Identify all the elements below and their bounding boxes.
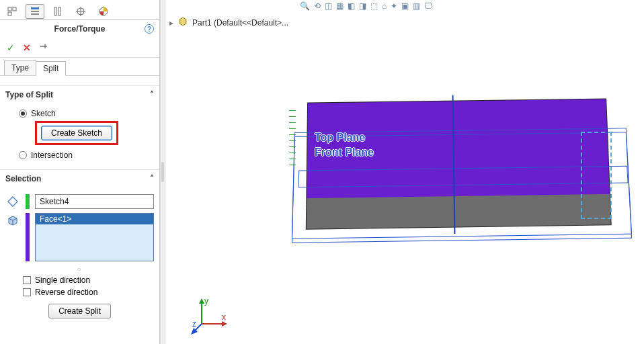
panel-splitter[interactable] <box>160 0 165 344</box>
face-color-bar <box>26 213 30 261</box>
feature-tree-icon[interactable] <box>3 4 22 19</box>
view-toolbar: 🔍 ⟲ ◫ ▦ ◧ ◨ ⬚ ⌂ ✦ ▣ ▥ 🖵 <box>300 0 637 12</box>
svg-rect-5 <box>31 13 39 15</box>
panel-title-bar: Force/Torque ? <box>0 20 159 38</box>
svg-rect-3 <box>31 7 39 9</box>
view-tool-icon[interactable]: ⟲ <box>314 1 321 11</box>
sketch-selection-icon <box>5 194 20 208</box>
triad-y-label: y <box>204 296 208 306</box>
breadcrumb-expand-icon[interactable]: ▸ <box>169 18 173 28</box>
view-tool-icon[interactable]: ◧ <box>348 1 355 11</box>
reverse-direction-row[interactable]: Reverse direction <box>23 288 154 297</box>
triad-x-label: x <box>222 312 226 322</box>
configuration-manager-icon[interactable] <box>48 4 67 19</box>
cancel-button[interactable]: ✕ <box>23 42 31 53</box>
sketch-color-bar <box>26 194 30 209</box>
reverse-direction-label: Reverse direction <box>35 288 97 297</box>
tab-split[interactable]: Split <box>36 61 66 76</box>
single-direction-label: Single direction <box>35 275 90 285</box>
sketch-selection-input[interactable] <box>35 194 154 209</box>
view-tool-icon[interactable]: ◫ <box>325 1 332 11</box>
single-direction-checkbox[interactable] <box>23 276 31 284</box>
view-tool-icon[interactable]: ⬚ <box>370 1 378 11</box>
single-direction-row[interactable]: Single direction <box>23 275 154 285</box>
resize-grip-icon[interactable]: ○ <box>5 265 154 273</box>
graphics-viewport[interactable]: 🔍 ⟲ ◫ ▦ ◧ ◨ ⬚ ⌂ ✦ ▣ ▥ 🖵 ▸ Part1 (Default… <box>165 0 644 344</box>
view-tool-icon[interactable]: ▦ <box>336 1 344 11</box>
panel-tab-strip <box>0 0 159 20</box>
triad-z-label: z <box>192 319 196 329</box>
breadcrumb[interactable]: ▸ Part1 (Default<<Default>... <box>169 16 288 29</box>
model-view[interactable]: Top Plane Front Plane <box>293 94 622 242</box>
view-tool-icon[interactable]: ▥ <box>413 1 420 11</box>
face-selection-list[interactable]: Face<1> <box>35 213 154 261</box>
selection-body: Face<1> ○ Single direction Reverse direc… <box>0 187 159 329</box>
reverse-direction-checkbox[interactable] <box>23 288 31 296</box>
property-panel: Force/Torque ? ✓ ✕ Type Split Type of Sp… <box>0 0 160 344</box>
view-tool-icon[interactable]: 🖵 <box>424 1 432 11</box>
help-button[interactable]: ? <box>145 24 154 34</box>
appearance-icon[interactable] <box>94 4 113 19</box>
selection-label: Selection <box>5 174 41 183</box>
view-tool-icon[interactable]: 🔍 <box>300 1 310 11</box>
sketch-selection-row <box>5 194 154 209</box>
part-icon <box>177 16 188 29</box>
panel-title: Force/Torque <box>54 24 106 34</box>
type-of-split-body: Sketch Create Sketch Intersection <box>0 103 159 169</box>
radio-intersection[interactable]: Intersection <box>19 150 154 160</box>
face-selection-icon <box>5 213 20 261</box>
chevron-up-icon: ˄ <box>150 174 154 183</box>
view-tool-icon[interactable]: ✦ <box>391 1 397 11</box>
face-list-item[interactable]: Face<1> <box>36 214 153 224</box>
radio-intersection-label: Intersection <box>31 150 73 160</box>
ok-button[interactable]: ✓ <box>7 42 15 53</box>
svg-rect-2 <box>8 12 11 15</box>
create-sketch-highlight: Create Sketch <box>35 121 118 145</box>
view-tool-icon[interactable]: ◨ <box>359 1 366 11</box>
svg-rect-7 <box>58 7 61 15</box>
create-sketch-button[interactable]: Create Sketch <box>41 126 112 140</box>
orientation-triad[interactable]: x y z <box>190 296 230 336</box>
type-of-split-label: Type of Split <box>5 90 53 99</box>
confirm-row: ✓ ✕ <box>0 38 159 58</box>
selection-header[interactable]: Selection ˄ <box>0 169 159 187</box>
selection-dashed-box[interactable] <box>581 132 612 219</box>
svg-marker-15 <box>222 321 227 327</box>
svg-rect-6 <box>54 7 56 15</box>
radio-intersection-input[interactable] <box>19 151 27 159</box>
view-tool-icon[interactable]: ⌂ <box>382 1 387 11</box>
create-split-button[interactable]: Create Split <box>48 304 111 318</box>
radio-sketch-label: Sketch <box>31 109 56 118</box>
tab-type[interactable]: Type <box>4 60 36 75</box>
dimxpert-icon[interactable] <box>71 4 90 19</box>
view-tool-icon[interactable]: ▣ <box>401 1 409 11</box>
top-plane-label[interactable]: Top Plane <box>315 132 365 144</box>
svg-rect-4 <box>31 11 39 12</box>
face-selection-row: Face<1> <box>5 213 154 261</box>
front-plane-label[interactable]: Front Plane <box>315 146 374 159</box>
pin-button[interactable] <box>39 42 48 53</box>
sub-tab-row: Type Split <box>0 58 159 76</box>
property-manager-icon[interactable] <box>26 4 44 19</box>
breadcrumb-text[interactable]: Part1 (Default<<Default>... <box>192 18 288 28</box>
chevron-up-icon: ˄ <box>150 90 154 99</box>
radio-sketch-input[interactable] <box>19 110 27 118</box>
svg-rect-1 <box>13 7 16 11</box>
radio-sketch[interactable]: Sketch <box>19 109 154 118</box>
type-of-split-header[interactable]: Type of Split ˄ <box>0 85 159 103</box>
svg-rect-0 <box>8 7 11 11</box>
svg-marker-13 <box>199 298 204 304</box>
